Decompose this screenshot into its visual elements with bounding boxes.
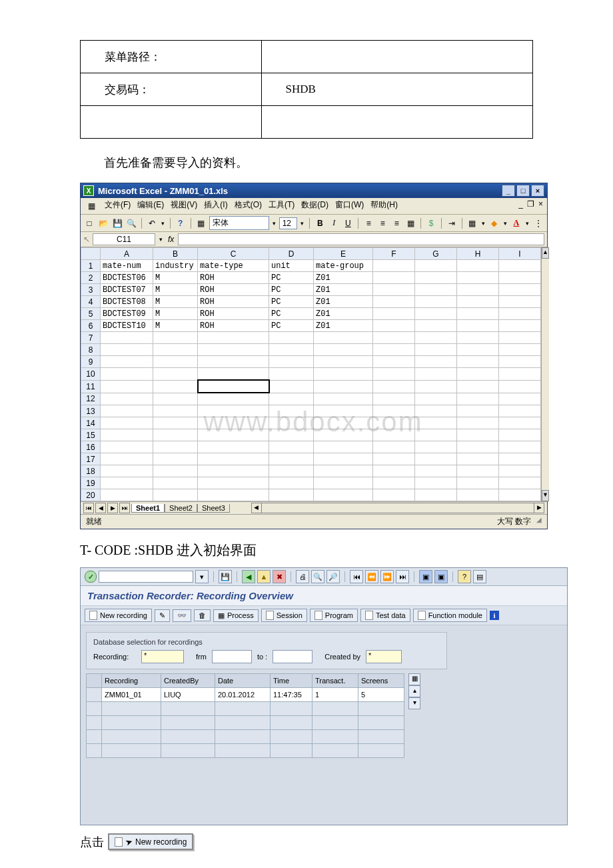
cell[interactable]: ROH — [198, 308, 269, 320]
cell[interactable] — [101, 429, 153, 441]
cell[interactable]: Z01 — [314, 320, 373, 332]
row-header[interactable]: 18 — [81, 465, 101, 477]
cell[interactable] — [198, 477, 269, 489]
cell[interactable] — [415, 296, 457, 308]
cell[interactable] — [314, 441, 373, 453]
new-recording-button[interactable]: New recording — [85, 609, 152, 622]
cell[interactable] — [101, 380, 153, 393]
name-box-dropdown-icon[interactable]: ▾ — [158, 236, 164, 243]
cell[interactable] — [499, 356, 541, 368]
sheet-tab[interactable]: Sheet2 — [165, 504, 197, 513]
table-cell[interactable]: LIUQ — [161, 688, 215, 702]
cell[interactable] — [314, 380, 373, 393]
cell[interactable] — [415, 356, 457, 368]
align-left-icon[interactable]: ≡ — [362, 217, 374, 230]
cell[interactable] — [153, 344, 198, 356]
cell[interactable] — [457, 405, 499, 417]
cell[interactable]: BDCTEST08 — [101, 296, 153, 308]
cell[interactable] — [499, 465, 541, 477]
cell[interactable]: M — [153, 272, 198, 284]
cell[interactable] — [415, 417, 457, 429]
col-header[interactable]: I — [499, 248, 541, 260]
cell[interactable]: ROH — [198, 272, 269, 284]
cell[interactable] — [153, 441, 198, 453]
cell[interactable] — [415, 368, 457, 381]
row-header[interactable]: 4 — [81, 296, 101, 308]
row-header[interactable]: 7 — [81, 332, 101, 344]
table-cell[interactable]: 1 — [312, 688, 358, 702]
find-icon[interactable]: 🔍 — [311, 570, 324, 583]
merge-cells-icon[interactable]: ▦ — [404, 217, 416, 230]
col-header[interactable]: C — [198, 248, 269, 260]
borders-icon[interactable]: ▦ — [466, 217, 478, 230]
fx-icon[interactable]: fx — [168, 235, 174, 244]
cell[interactable] — [269, 489, 314, 501]
cell[interactable]: PC — [269, 284, 314, 296]
cell[interactable] — [314, 393, 373, 405]
cell[interactable] — [373, 489, 415, 501]
close-button[interactable]: × — [531, 185, 544, 197]
table-header[interactable]: Time — [271, 674, 312, 688]
cell[interactable] — [153, 417, 198, 429]
row-header[interactable]: 13 — [81, 405, 101, 417]
cell[interactable]: mate-type — [198, 260, 269, 272]
cell[interactable] — [457, 441, 499, 453]
scroll-down-icon[interactable]: ▾ — [408, 697, 420, 709]
font-color-dropdown-icon[interactable]: ▾ — [524, 220, 530, 227]
menu-format[interactable]: 格式(O) — [235, 199, 262, 213]
cell[interactable] — [457, 296, 499, 308]
cell[interactable]: mate-num — [101, 260, 153, 272]
fill-color-dropdown-icon[interactable]: ▾ — [502, 220, 508, 227]
layout-icon[interactable]: ▤ — [473, 570, 486, 583]
sheet-tab[interactable]: Sheet3 — [197, 504, 230, 513]
cell[interactable] — [314, 489, 373, 501]
enter-icon[interactable]: ✓ — [85, 571, 97, 583]
align-center-icon[interactable]: ≡ — [376, 217, 388, 230]
cell[interactable] — [415, 477, 457, 489]
cell[interactable] — [373, 380, 415, 393]
cell[interactable] — [198, 417, 269, 429]
scroll-up-icon[interactable]: ▲ — [542, 247, 549, 259]
cell[interactable] — [373, 417, 415, 429]
cell[interactable] — [269, 332, 314, 344]
doc-restore-icon[interactable]: ❐ — [527, 199, 534, 213]
row-header[interactable]: 19 — [81, 477, 101, 489]
table-cell[interactable]: 20.01.2012 — [215, 688, 271, 702]
table-config-icon[interactable]: ▦ — [408, 673, 420, 685]
cell[interactable] — [101, 368, 153, 381]
cell[interactable] — [373, 332, 415, 344]
cell[interactable] — [101, 405, 153, 417]
next-page-icon[interactable]: ⏩ — [380, 570, 394, 583]
createdby-field[interactable]: * — [366, 650, 402, 663]
cell[interactable] — [314, 465, 373, 477]
cell[interactable] — [457, 308, 499, 320]
col-header[interactable]: B — [153, 248, 198, 260]
save-icon[interactable]: 💾 — [219, 570, 232, 583]
cell[interactable] — [499, 284, 541, 296]
print-preview-icon[interactable]: 🔍 — [125, 217, 137, 230]
cell[interactable] — [415, 441, 457, 453]
cell[interactable] — [499, 405, 541, 417]
cell[interactable] — [269, 344, 314, 356]
sheet-tab[interactable]: Sheet1 — [131, 504, 165, 513]
cell[interactable] — [153, 429, 198, 441]
cell[interactable]: PC — [269, 296, 314, 308]
shortcut-icon[interactable]: ▣ — [434, 570, 448, 583]
recording-field[interactable]: * — [141, 650, 184, 663]
open-file-icon[interactable]: 📂 — [97, 217, 109, 230]
cell[interactable]: M — [153, 296, 198, 308]
tab-nav-first-icon[interactable]: ⏮ — [83, 503, 94, 513]
cell[interactable] — [457, 284, 499, 296]
row-header[interactable]: 16 — [81, 441, 101, 453]
row-header[interactable]: 12 — [81, 393, 101, 405]
cell[interactable] — [373, 405, 415, 417]
font-size-box[interactable]: 12 — [279, 217, 298, 229]
cancel-icon[interactable]: ✖ — [273, 570, 286, 583]
cell[interactable] — [314, 453, 373, 465]
cell[interactable] — [198, 429, 269, 441]
cell[interactable] — [415, 332, 457, 344]
change-button[interactable]: ✎ — [155, 609, 170, 622]
cell[interactable] — [198, 441, 269, 453]
cell[interactable] — [499, 489, 541, 501]
cell[interactable] — [153, 465, 198, 477]
